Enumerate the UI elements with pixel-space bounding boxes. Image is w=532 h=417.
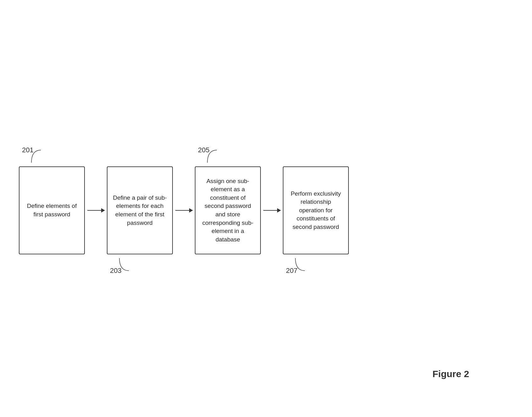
- arrow-1: [85, 166, 107, 254]
- figure-label: Figure 2: [432, 369, 469, 379]
- step-box-201: Define elements of first password: [19, 166, 85, 254]
- arrow-2: [173, 166, 195, 254]
- step-207-container: Perform exclusivity relationship operati…: [283, 166, 349, 254]
- step-201-container: 201 Define elements of first password: [19, 166, 85, 254]
- step-203-container: Define a pair of sub-elements for each e…: [107, 166, 173, 254]
- step-box-207: Perform exclusivity relationship operati…: [283, 166, 349, 254]
- step-box-205: Assign one sub-element as a constituent …: [195, 166, 261, 254]
- step-205-container: 205 Assign one sub-element as a constitu…: [195, 166, 261, 254]
- step-text-203: Define a pair of sub-elements for each e…: [112, 194, 167, 227]
- arrow-3: [261, 166, 283, 254]
- bracket-207: [292, 257, 311, 274]
- bracket-201: [28, 147, 47, 164]
- step-text-207: Perform exclusivity relationship operati…: [288, 190, 343, 231]
- bracket-205: [204, 147, 223, 164]
- arrow-line-2: [173, 210, 195, 211]
- step-box-203: Define a pair of sub-elements for each e…: [107, 166, 173, 254]
- flow-wrapper: 201 Define elements of first password De…: [19, 166, 349, 254]
- step-text-201: Define elements of first password: [25, 202, 79, 219]
- arrow-line-inner-3: [263, 210, 281, 211]
- step-text-205: Assign one sub-element as a constituent …: [200, 177, 255, 244]
- arrow-line-3: [261, 210, 283, 211]
- diagram-container: 201 Define elements of first password De…: [19, 25, 427, 371]
- arrow-line-inner-2: [175, 210, 193, 211]
- arrow-line-inner-1: [87, 210, 105, 211]
- bracket-203: [116, 257, 135, 274]
- arrow-line-1: [85, 210, 107, 211]
